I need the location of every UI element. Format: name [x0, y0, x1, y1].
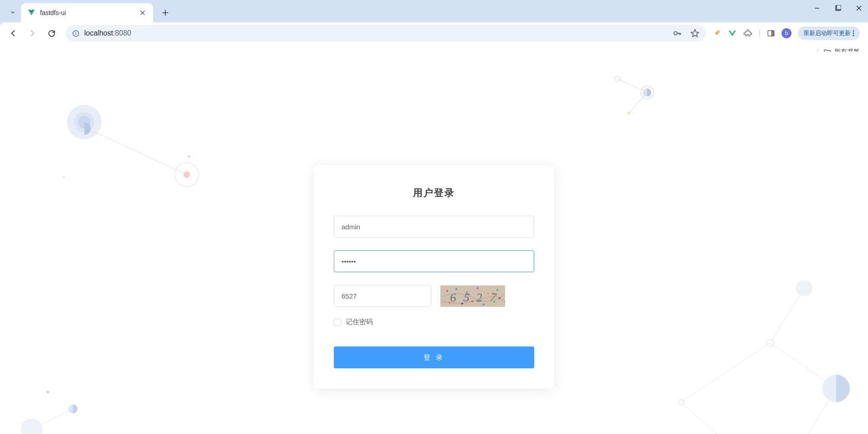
login-title: 用户登录: [334, 186, 534, 199]
svg-line-12: [93, 131, 187, 175]
password-row: [334, 250, 534, 272]
svg-point-16: [62, 176, 65, 178]
window-controls: [812, 4, 863, 13]
svg-text:6: 6: [449, 290, 456, 304]
update-label: 重新启动即可更新: [803, 29, 851, 37]
remember-row: 记住密码: [334, 318, 534, 326]
toolbar-right: | b 重新启动即可更新: [712, 26, 863, 40]
svg-point-35: [46, 391, 49, 393]
svg-point-19: [615, 76, 620, 82]
url-port: :8080: [113, 29, 131, 37]
svg-point-34: [21, 418, 43, 434]
close-icon: [856, 5, 862, 11]
avatar-letter: b: [785, 30, 788, 36]
svg-rect-5: [772, 31, 774, 36]
tab-search-dropdown[interactable]: [5, 4, 21, 21]
svg-point-15: [188, 155, 190, 158]
username-input[interactable]: [334, 216, 534, 238]
svg-point-6: [853, 31, 854, 32]
svg-point-38: [446, 290, 448, 292]
svg-point-28: [796, 280, 812, 296]
svg-point-39: [455, 288, 457, 290]
captcha-image[interactable]: 6 5 2 7: [440, 285, 505, 307]
username-row: [334, 216, 534, 238]
svg-line-32: [32, 409, 73, 429]
svg-point-7: [853, 33, 854, 34]
svg-point-33: [68, 404, 77, 413]
svg-line-23: [681, 343, 770, 402]
captcha-input[interactable]: [334, 285, 431, 307]
profile-avatar[interactable]: b: [781, 28, 791, 38]
svg-point-20: [641, 86, 654, 99]
pin-icon[interactable]: [710, 27, 723, 40]
star-icon[interactable]: [690, 29, 700, 38]
svg-line-24: [770, 343, 836, 388]
back-button[interactable]: [5, 26, 21, 41]
close-icon: [140, 10, 145, 16]
arrow-left-icon: [9, 29, 18, 38]
svg-line-17: [618, 79, 647, 93]
svg-point-47: [483, 304, 485, 305]
kebab-icon: [853, 30, 854, 36]
update-pill[interactable]: 重新启动即可更新: [798, 26, 860, 40]
reload-icon: [47, 29, 56, 38]
svg-line-25: [770, 288, 804, 343]
svg-point-41: [477, 287, 479, 289]
password-input[interactable]: [334, 250, 534, 272]
forward-button[interactable]: [25, 26, 40, 41]
svg-point-8: [853, 35, 854, 36]
tab-close-button[interactable]: [138, 9, 147, 17]
url-actions: [672, 28, 700, 38]
svg-point-22: [628, 112, 630, 114]
url-field[interactable]: localhost:8080: [66, 25, 706, 41]
tab-bar: fastdfs-ui: [0, 0, 868, 22]
plus-icon: [162, 10, 168, 16]
side-panel-icon[interactable]: [767, 29, 775, 37]
close-window-button[interactable]: [854, 4, 863, 13]
page-content: 用户登录: [0, 52, 868, 434]
svg-point-3: [674, 31, 677, 35]
login-button[interactable]: 登 录: [334, 346, 534, 368]
minimize-icon: [814, 5, 820, 11]
svg-point-21: [643, 88, 651, 97]
decoration-top-right: [604, 70, 695, 124]
svg-point-31: [679, 399, 684, 405]
chevron-down-icon: [10, 9, 16, 16]
url-text: localhost:8080: [84, 29, 668, 37]
svg-point-9: [67, 105, 102, 140]
key-icon[interactable]: [672, 28, 682, 38]
decoration-bottom-right: [654, 261, 868, 434]
remember-label: 记住密码: [346, 318, 373, 326]
captcha-row: 6 5 2 7: [334, 285, 534, 307]
arrow-right-icon: [28, 29, 37, 38]
maximize-button[interactable]: [833, 4, 842, 13]
vue-devtools-icon[interactable]: [728, 29, 737, 38]
minimize-button[interactable]: [812, 4, 822, 13]
address-bar: localhost:8080 | b 重新启动即可更新: [0, 22, 868, 44]
login-card: 用户登录: [314, 165, 554, 388]
svg-point-11: [78, 116, 91, 129]
svg-line-27: [800, 388, 836, 434]
svg-point-42: [487, 293, 489, 294]
info-icon: [72, 30, 80, 37]
browser-tab[interactable]: fastdfs-ui: [21, 3, 153, 22]
svg-rect-1: [837, 5, 841, 10]
remember-checkbox[interactable]: [334, 319, 341, 326]
svg-line-18: [629, 93, 647, 113]
new-tab-button[interactable]: [158, 5, 173, 21]
url-host: localhost: [84, 29, 113, 37]
svg-point-30: [822, 375, 850, 402]
svg-point-10: [74, 112, 94, 132]
separator: |: [759, 29, 761, 37]
decoration-bottom-left: [18, 370, 109, 434]
vue-icon: [27, 9, 36, 17]
svg-point-13: [175, 163, 199, 186]
svg-point-29: [766, 339, 774, 346]
maximize-icon: [835, 5, 841, 11]
tab-title: fastdfs-ui: [40, 9, 134, 16]
extensions-icon[interactable]: [743, 29, 752, 38]
reload-button[interactable]: [44, 26, 59, 41]
svg-point-14: [184, 171, 190, 178]
browser-chrome: fastdfs-ui localhost:8080: [0, 0, 868, 52]
svg-line-26: [681, 402, 731, 434]
